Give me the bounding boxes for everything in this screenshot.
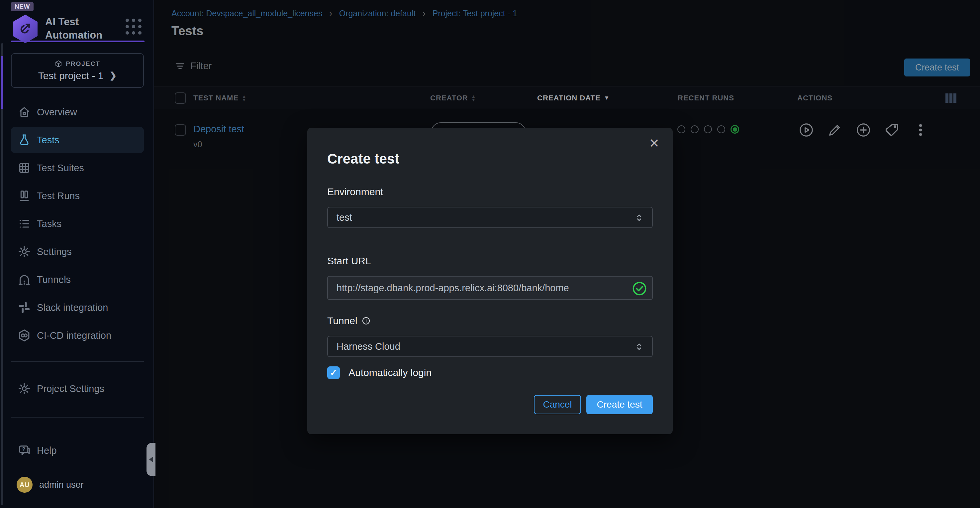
auto-login-label: Automatically login: [348, 367, 431, 379]
brand-title: AI Test Automation: [45, 15, 102, 42]
sidebar-item-tasks[interactable]: Tasks: [11, 211, 144, 237]
flask-icon: [18, 133, 31, 147]
sidebar-collapse-handle[interactable]: [146, 443, 156, 476]
select-chevrons-icon: [633, 341, 645, 352]
cancel-button[interactable]: Cancel: [534, 395, 581, 414]
columns-icon: [18, 189, 31, 203]
module-switcher-icon[interactable]: [126, 19, 142, 35]
hexagon-logo-icon: [17, 20, 33, 38]
project-eyebrow: PROJECT: [54, 60, 100, 68]
checkbox-checked-icon[interactable]: ✓: [327, 366, 340, 379]
sidebar-item-project-settings[interactable]: Project Settings: [11, 376, 144, 402]
auto-login-checkbox-row[interactable]: ✓ Automatically login: [327, 366, 431, 379]
app-logo: [11, 14, 40, 43]
cicd-icon: [18, 329, 31, 342]
project-selector[interactable]: PROJECT Test project - 1 ❯: [11, 53, 144, 88]
brand-title-line1: AI Test: [45, 15, 102, 29]
modal-create-test-button[interactable]: Create test: [586, 395, 653, 414]
environment-label: Environment: [327, 186, 383, 198]
sidebar-item-tunnels[interactable]: Tunnels: [11, 267, 144, 292]
avatar: AU: [17, 477, 33, 493]
sidebar-item-test-suites[interactable]: Test Suites: [11, 155, 144, 181]
project-name: Test project - 1: [38, 70, 103, 81]
user-name: admin user: [39, 480, 84, 490]
environment-select[interactable]: test: [327, 207, 653, 228]
brand-title-line2: Automation: [45, 29, 102, 42]
tunnel-select[interactable]: Harness Cloud: [327, 336, 653, 357]
slack-icon: [18, 301, 31, 314]
grid-icon: [18, 161, 31, 174]
sidebar-item-cicd-integration[interactable]: CI-CD integration: [11, 323, 144, 348]
sidebar: NEW AI Test Automation PROJECT Test proj…: [0, 0, 154, 508]
sidebar-help-nav: ? Help: [11, 438, 144, 465]
start-url-input[interactable]: http://stage.dbank.prod-apps.relicx.ai:8…: [327, 276, 653, 300]
select-chevrons-icon: [633, 212, 645, 224]
new-badge: NEW: [11, 2, 33, 11]
collapse-left-icon: [149, 457, 153, 462]
user-menu[interactable]: AU admin user: [17, 477, 84, 493]
chevron-right-icon: ❯: [109, 70, 117, 81]
home-icon: [18, 105, 31, 119]
valid-check-icon: [632, 281, 647, 296]
sidebar-item-help[interactable]: ? Help: [11, 438, 144, 463]
sidebar-divider: [11, 361, 144, 362]
list-icon: [18, 217, 31, 230]
gear-icon: [18, 245, 31, 258]
close-icon[interactable]: ✕: [649, 137, 659, 150]
sidebar-item-overview[interactable]: Overview: [11, 99, 144, 125]
sidebar-scrollbar-thumb[interactable]: [1, 56, 3, 109]
info-icon: [361, 316, 371, 326]
svg-text:?: ?: [22, 446, 25, 452]
sidebar-item-test-runs[interactable]: Test Runs: [11, 183, 144, 209]
sidebar-scrollbar[interactable]: [1, 43, 3, 505]
tunnel-value: Harness Cloud: [337, 341, 400, 352]
brand-accent-underline: [11, 41, 145, 42]
app-screen: NEW AI Test Automation PROJECT Test proj…: [0, 0, 980, 508]
sidebar-divider: [11, 417, 144, 418]
modal-title: Create test: [327, 151, 399, 167]
help-chat-icon: ?: [18, 444, 31, 457]
gear-icon: [18, 382, 31, 395]
start-url-label: Start URL: [327, 255, 371, 267]
create-test-modal: ✕ Create test Environment test Start URL…: [307, 128, 673, 434]
cube-icon: [54, 60, 62, 68]
environment-value: test: [337, 212, 352, 223]
tunnel-icon: [18, 273, 31, 286]
sidebar-item-tests[interactable]: Tests: [11, 127, 144, 153]
sidebar-item-slack-integration[interactable]: Slack integration: [11, 295, 144, 321]
sidebar-item-settings[interactable]: Settings: [11, 239, 144, 265]
sidebar-nav: Overview Tests Test Suites Test Runs Tas…: [11, 99, 144, 350]
tunnel-label: Tunnel: [327, 315, 371, 326]
start-url-value: http://stage.dbank.prod-apps.relicx.ai:8…: [337, 283, 569, 294]
sidebar-footer-nav: Project Settings: [11, 376, 144, 404]
modal-footer: Cancel Create test: [534, 395, 653, 414]
